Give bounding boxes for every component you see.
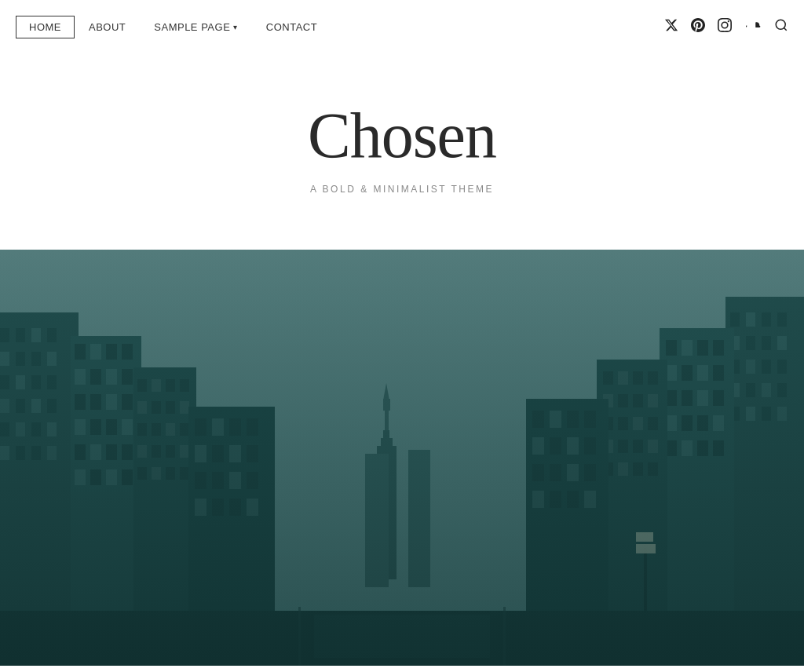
twitter-icon[interactable] — [664, 18, 678, 36]
svg-rect-187 — [0, 250, 804, 666]
nav-sample-page[interactable]: SAMPLE PAGE ▾ — [140, 15, 252, 39]
search-button[interactable] — [774, 18, 788, 36]
svg-line-1 — [784, 27, 786, 30]
hero-section: Chosen A BOLD & MINIMALIST THEME — [0, 53, 804, 250]
main-nav: HOME ABOUT SAMPLE PAGE ▾ CONTACT — [16, 15, 331, 39]
site-header: HOME ABOUT SAMPLE PAGE ▾ CONTACT — [0, 0, 804, 53]
hero-image — [0, 250, 804, 666]
pinterest-icon[interactable] — [691, 18, 705, 36]
soundcloud-icon[interactable] — [744, 18, 762, 36]
nav-home[interactable]: HOME — [16, 16, 75, 38]
site-title: Chosen — [308, 100, 496, 171]
site-subtitle: A BOLD & MINIMALIST THEME — [310, 184, 494, 195]
chevron-down-icon: ▾ — [233, 23, 238, 31]
instagram-icon[interactable] — [718, 18, 732, 36]
svg-point-0 — [776, 20, 785, 29]
social-icons-bar — [664, 18, 788, 36]
nav-about[interactable]: ABOUT — [75, 15, 140, 39]
nav-contact[interactable]: CONTACT — [252, 15, 331, 39]
